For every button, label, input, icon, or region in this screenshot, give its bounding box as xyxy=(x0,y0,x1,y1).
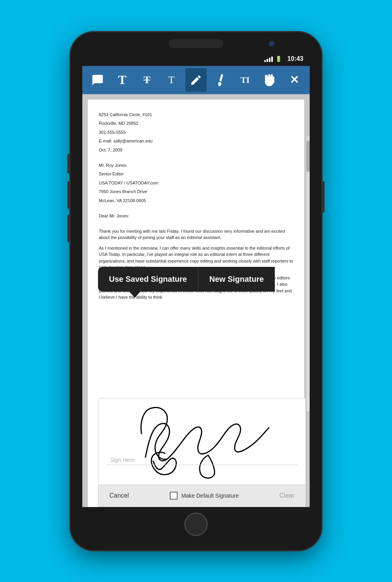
signature-popup-menu: Use Saved Signature New Signature xyxy=(98,267,275,292)
signature-tool-button[interactable] xyxy=(185,68,207,92)
phone-device: 🔋 10:43 T T T TI xyxy=(71,32,321,550)
text-strikethrough-tool-button[interactable]: T xyxy=(136,68,158,92)
doc-email: E-mail: sally@american.edu xyxy=(99,138,293,144)
text-strikethrough-icon: T xyxy=(143,74,150,86)
doc-recipient-city: McLean, VA 22108-0605 xyxy=(99,197,293,204)
make-default-checkbox[interactable] xyxy=(170,492,178,500)
close-icon: ✕ xyxy=(290,73,299,86)
highlight-icon: TI xyxy=(241,75,250,85)
scrollbar-track[interactable] xyxy=(307,137,310,411)
mute-button[interactable] xyxy=(67,215,71,242)
document-area: 8253 California Circle, #101 Rockville, … xyxy=(82,94,310,507)
volume-up-button[interactable] xyxy=(67,154,71,173)
signature-cancel-button[interactable]: Cancel xyxy=(105,489,134,502)
doc-greeting: Dear Mr. Jones: xyxy=(99,213,293,219)
phone-camera xyxy=(269,41,274,46)
signal-bar-4 xyxy=(271,57,273,62)
text-large-tool-button[interactable]: T xyxy=(112,68,133,92)
status-icons: 🔋 10:43 xyxy=(264,55,303,62)
signature-clear-button[interactable]: Clear xyxy=(275,489,299,502)
signature-placeholder: Sign Here xyxy=(110,457,134,463)
doc-recipient-company: USA TODAY / USATODAY.com xyxy=(99,180,293,186)
pen-tool-button[interactable] xyxy=(210,68,231,92)
use-saved-signature-button[interactable]: Use Saved Signature xyxy=(98,267,198,292)
phone-screen: 🔋 10:43 T T T TI xyxy=(82,52,310,507)
text-normal-tool-button[interactable]: T xyxy=(161,68,182,92)
signature-drawing xyxy=(130,402,279,481)
doc-address: 8253 California Circle, #101 xyxy=(99,111,293,118)
text-normal-icon: T xyxy=(168,74,174,86)
make-default-label: Make Default Signature xyxy=(181,493,239,499)
signature-footer: Cancel Make Default Signature Clear xyxy=(98,485,305,507)
doc-recipient-address: 7950 Jones Branch Drive xyxy=(99,188,293,195)
phone-speaker xyxy=(169,39,223,48)
signal-bar-3 xyxy=(269,58,270,62)
signal-bar-1 xyxy=(264,60,266,62)
comment-tool-button[interactable] xyxy=(87,68,108,92)
volume-down-button[interactable] xyxy=(67,181,71,209)
doc-recipient-title: Senior Editor xyxy=(99,171,293,177)
close-tool-button[interactable]: ✕ xyxy=(284,68,305,92)
new-signature-button[interactable]: New Signature xyxy=(198,267,275,292)
signature-canvas[interactable]: Sign Here xyxy=(98,398,305,485)
highlight-tool-button[interactable]: TI xyxy=(234,68,256,92)
signal-bar-2 xyxy=(267,59,268,62)
toolbar: T T T TI ✕ xyxy=(82,66,310,94)
signature-panel: Sign Here Cancel Make Default Signature … xyxy=(98,398,306,507)
signature-default-area: Make Default Signature xyxy=(134,492,275,500)
battery-icon: 🔋 xyxy=(275,56,282,62)
signal-bars xyxy=(264,56,273,62)
doc-city: Rockville, MD 20852 xyxy=(99,120,293,127)
doc-date: Oct. 7, 2009 xyxy=(99,147,293,153)
doc-phone: 301-555-5555 xyxy=(99,129,293,136)
text-large-icon: T xyxy=(118,73,126,87)
power-button[interactable] xyxy=(321,181,325,213)
status-time: 10:43 xyxy=(287,55,303,62)
scrollbar-thumb[interactable] xyxy=(307,140,310,172)
doc-para1: Thank you for meeting with me last Frida… xyxy=(99,228,293,241)
popup-arrow xyxy=(129,292,140,298)
status-bar: 🔋 10:43 xyxy=(82,52,310,66)
phone-home-button[interactable] xyxy=(184,513,208,536)
hand-tool-button[interactable] xyxy=(259,68,280,92)
doc-recipient-name: Mr. Roy Jones xyxy=(99,162,293,169)
signature-line xyxy=(106,465,298,465)
